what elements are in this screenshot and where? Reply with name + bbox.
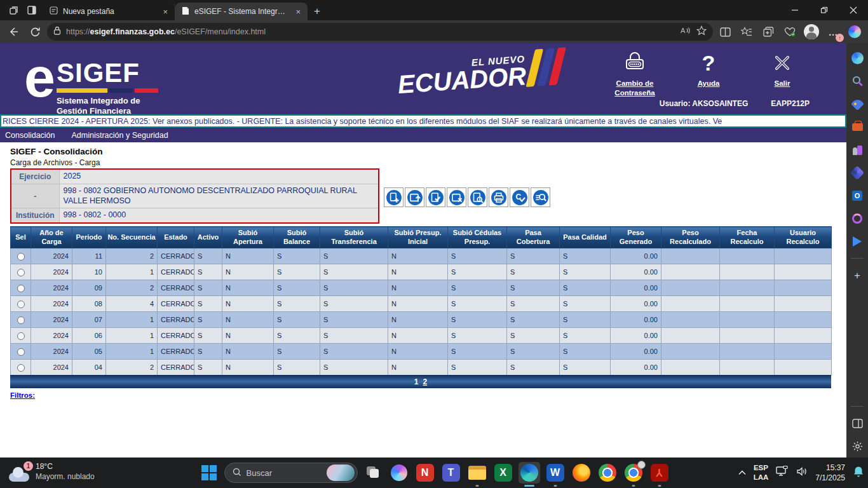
ecuador-stripes [529,48,563,86]
table-cell: 08 [72,296,106,312]
notifications-bell-icon[interactable] [853,466,864,480]
sidebar-copilot-icon[interactable] [851,52,864,64]
sidebar-toggle-icon[interactable] [851,417,864,430]
table-cell: 06 [72,328,106,344]
tab-close-icon[interactable]: × [294,7,302,17]
split-screen-icon[interactable] [715,23,735,41]
acrobat-app-icon[interactable]: ⅄ [649,462,670,484]
chrome-profile-badge [637,461,646,469]
network-icon[interactable] [776,466,789,480]
sidebar-add-icon[interactable]: + [851,269,864,281]
row-select-radio[interactable] [17,348,25,356]
sidebar-tools-icon[interactable] [851,121,864,133]
collections-icon[interactable] [759,23,778,41]
help-button[interactable]: ? Ayuda [681,50,736,98]
table-cell [775,248,832,264]
close-button[interactable] [839,0,868,20]
address-bar[interactable]: https://esigef.finanzas.gob.ec/eSIGEF/me… [47,23,713,41]
table-cell [720,296,775,312]
firefox-app-icon[interactable] [571,462,592,484]
read-aloud-icon[interactable]: A [680,25,691,38]
profile-avatar[interactable] [802,23,821,41]
table-row: 2024051CERRADOSNSSNSSS0.00 [11,344,832,360]
table-cell: CERRADO [158,328,194,344]
task-view-button[interactable] [362,462,384,484]
sidebar-m365-icon[interactable] [851,166,864,179]
clock-widget[interactable]: 15:377/1/2025 [815,463,845,483]
excel-app-icon[interactable]: X [492,462,514,484]
sidebar-games-icon[interactable] [851,144,864,156]
teams-app-icon[interactable]: T [440,462,462,484]
weather-widget[interactable]: 1 18°CMayorm. nublado [9,461,95,482]
table-cell: 4 [106,296,158,312]
sidebar-search-icon[interactable] [851,75,864,87]
vertical-tabs-icon[interactable] [27,5,37,15]
chrome-profile-app-icon[interactable] [623,462,644,484]
print-button[interactable] [489,187,508,207]
pdf-app-icon[interactable]: N [414,462,436,484]
table-cell: S [560,280,611,296]
restore-button[interactable] [810,0,839,20]
sidebar-designer-icon[interactable] [851,235,864,247]
filters-link[interactable]: Filtros: [10,391,35,399]
menu-consolidacion[interactable]: Consolidación [5,131,55,140]
language-indicator[interactable]: ESPLAA [754,463,769,482]
approve-button[interactable]: C [510,187,529,207]
logo-sigef: SIGEF [57,60,158,86]
query-details-button[interactable] [531,187,550,207]
row-select-radio[interactable] [17,285,25,292]
browser-essentials-icon[interactable] [780,23,799,41]
favorites-icon[interactable] [737,23,756,41]
change-password-button[interactable]: Cambio de Contraseña [607,50,662,98]
chrome-app-icon[interactable] [597,462,618,484]
copilot-app-icon[interactable] [388,462,410,484]
workspaces-icon[interactable] [9,5,19,15]
copilot-icon[interactable] [845,23,864,41]
svg-text:A: A [681,27,686,34]
word-app-icon[interactable]: W [545,462,566,484]
taskbar-search-input[interactable]: Buscar [224,463,358,483]
row-select-radio[interactable] [17,316,25,324]
sidebar-loop-icon[interactable] [851,212,864,224]
back-icon[interactable] [4,23,23,41]
browser-tab-newtab[interactable]: Nueva pestaña × [43,3,175,20]
row-select-radio[interactable] [17,269,25,276]
volume-icon[interactable] [796,466,808,479]
url-text[interactable]: https://esigef.finanzas.gob.ec/eSIGEF/me… [66,27,675,36]
sidebar-shopping-icon[interactable] [851,98,864,110]
table-cell [661,312,720,328]
table-cell: CERRADO [158,248,194,264]
delete-file-button[interactable] [447,187,466,207]
table-cell [720,248,775,264]
lock-icon[interactable] [53,26,61,37]
upload-file-button[interactable] [405,187,424,207]
exit-button[interactable]: Salir [755,50,810,98]
row-select-radio[interactable] [17,364,25,372]
new-record-button[interactable] [384,187,403,207]
sidebar-outlook-icon[interactable]: O [851,189,864,201]
row-select-radio[interactable] [17,332,25,340]
sidebar-settings-icon[interactable] [851,440,864,452]
start-button[interactable] [198,462,220,484]
browser-tab-esigef[interactable]: eSIGEF - Sistema Integrado de G × [175,3,308,20]
favorite-star-icon[interactable] [696,25,707,38]
page-2-link[interactable]: 2 [423,377,428,386]
validate-file-button[interactable] [426,187,445,207]
preview-file-button[interactable] [468,187,487,207]
refresh-icon[interactable] [25,23,44,41]
table-cell: S [560,360,611,376]
settings-more-icon[interactable]: …↑ [824,23,843,41]
table-cell: N [388,264,448,280]
tab-close-icon[interactable]: × [161,7,170,17]
tray-chevron-icon[interactable] [738,468,746,477]
row-select-radio[interactable] [17,253,25,261]
minimize-button[interactable] [780,0,810,20]
table-cell: S [320,248,388,264]
logo-tricolor-bar [57,88,158,93]
row-select-radio[interactable] [17,301,25,308]
table-cell [775,344,832,360]
edge-app-icon[interactable] [519,462,540,484]
menu-administracion[interactable]: Administración y Seguridad [72,131,168,140]
new-tab-button[interactable]: + [308,3,327,20]
file-explorer-icon[interactable] [466,462,488,484]
